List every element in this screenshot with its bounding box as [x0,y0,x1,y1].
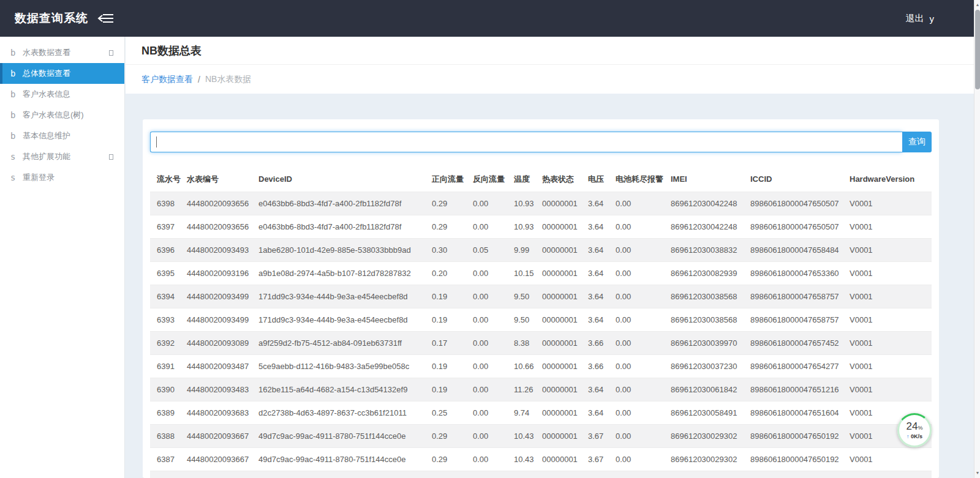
menu-letter-icon: s [10,173,23,182]
table-cell: 10.43 [514,424,542,447]
sidebar-item-1[interactable]: b总体数据查看 [0,63,124,84]
table-row: 63874448002009366749d7c9ac-99ac-4911-878… [150,447,932,471]
table-cell: 89860618000047650507 [750,215,850,238]
sidebar-item-label: 客户水表信息 [23,89,70,100]
table-cell: 44480020093667 [187,424,258,447]
table-cell: 869612030082939 [671,261,750,285]
sidebar-menu: b水表数据查看b总体数据查看b客户水表信息b客户水表信息(树)b基本信息维护s其… [0,37,124,188]
table-cell: 0.00 [473,424,514,447]
table-cell: 0.05 [473,238,514,261]
table-cell: 0.25 [432,401,473,424]
table-cell: 6395 [150,261,187,285]
scrollbar-thumb[interactable] [975,10,980,89]
table-cell: 6394 [150,285,187,308]
table-cell: 8.38 [514,331,542,354]
data-card: 查询 流水号水表编号DeviceID正向流量反向流量温度热表状态电压电池耗尽报警… [143,119,939,478]
table-cell: 00000001 [542,424,588,447]
table-row-partial [150,471,932,478]
table-row: 6396444800200934931abe6280-101d-42e9-885… [150,238,932,261]
sidebar-item-label: 总体数据查看 [23,68,70,79]
table-cell: V0001 [850,308,932,331]
table-cell: 00000001 [542,401,588,424]
scrollbar-down-arrow[interactable]: ▼ [974,469,980,477]
table-cell: 00000001 [542,308,588,331]
collapse-sidebar-icon [97,12,115,24]
search-bar: 查询 [150,132,932,152]
username-label[interactable]: y [930,13,935,24]
table-cell: 44480020093683 [187,401,258,424]
table-cell: 44480020093667 [187,447,258,471]
table-cell: 3.64 [588,308,616,331]
table-cell: 0.29 [432,447,473,471]
sidebar-toggle-button[interactable] [97,12,115,24]
column-header: 温度 [514,167,542,192]
sidebar-item-6[interactable]: s重新登录 [0,167,124,188]
table-cell: 0.00 [616,331,671,354]
table-cell: 3.64 [588,285,616,308]
table-cell: 0.00 [616,308,671,331]
download-progress-badge[interactable]: 24% ↑ 0K/s [897,413,932,447]
table-cell: 0.00 [473,308,514,331]
table-cell: 0.00 [616,401,671,424]
column-header: 正向流量 [432,167,473,192]
progress-percent: 24% [907,422,923,433]
table-cell: 6387 [150,447,187,471]
table-cell: 44480020093483 [187,378,258,401]
table-cell: 9.99 [514,238,542,261]
breadcrumb-separator: / [198,75,200,84]
table-cell: 6392 [150,331,187,354]
table-cell: 6393 [150,308,187,331]
sidebar-item-0[interactable]: b水表数据查看 [0,42,124,63]
upload-speed: ↑ 0K/s [907,433,922,439]
sidebar-item-2[interactable]: b客户水表信息 [0,84,124,105]
table-cell: 0.19 [432,308,473,331]
table-cell: 1abe6280-101d-42e9-885e-538033bbb9ad [258,238,432,261]
nb-data-table: 流水号水表编号DeviceID正向流量反向流量温度热表状态电压电池耗尽报警IME… [150,167,932,471]
scrollbar-up-arrow[interactable]: ▲ [974,1,980,9]
table-cell: 0.00 [473,401,514,424]
table-cell: 3.64 [588,238,616,261]
table-cell: 0.00 [616,285,671,308]
table-cell: 00000001 [542,192,588,215]
table-cell: 10.66 [514,354,542,378]
table-cell: 49d7c9ac-99ac-4911-8780-751f144cce0e [258,447,432,471]
table-header-row: 流水号水表编号DeviceID正向流量反向流量温度热表状态电压电池耗尽报警IME… [150,167,932,192]
sidebar-item-label: 客户水表信息(树) [23,110,84,121]
table-cell: 11.26 [514,378,542,401]
breadcrumb-link[interactable]: 客户数据查看 [141,74,193,85]
table-cell: 0.19 [432,285,473,308]
query-button[interactable]: 查询 [902,132,932,152]
search-input[interactable] [150,132,902,152]
table-cell: V0001 [850,447,932,471]
sidebar-item-4[interactable]: b基本信息维护 [0,125,124,146]
sidebar-item-3[interactable]: b客户水表信息(树) [0,105,124,125]
window-scrollbar[interactable]: ▲ ▼ [974,0,980,478]
logout-button[interactable]: 退出 [906,13,924,24]
table-cell: 00000001 [542,215,588,238]
table-cell: 0.00 [616,215,671,238]
sidebar-item-5[interactable]: s其他扩展功能 [0,146,124,167]
table-cell: 6396 [150,238,187,261]
table-cell: 44480020093499 [187,308,258,331]
table-cell: 9.50 [514,285,542,308]
sidebar: b水表数据查看b总体数据查看b客户水表信息b客户水表信息(树)b基本信息维护s其… [0,37,125,478]
table-cell: 869612030058491 [671,401,750,424]
main-content: NB数据总表 客户数据查看 / NB水表数据 查询 流水号水表编号DeviceI… [126,37,974,478]
table-cell: 89860618000047658757 [750,285,850,308]
table-cell: 0.29 [432,424,473,447]
table-cell: 869612030038832 [671,238,750,261]
table-cell: 49d7c9ac-99ac-4911-8780-751f144cce0e [258,424,432,447]
table-cell: 0.00 [473,192,514,215]
table-cell: 0.00 [616,424,671,447]
table-cell: 9.74 [514,401,542,424]
column-header: 电池耗尽报警 [616,167,671,192]
table-cell: e0463bb6-8bd3-4fd7-a400-2fb1182fd78f [258,215,432,238]
table-cell: 0.19 [432,378,473,401]
table-row: 639744480020093656e0463bb6-8bd3-4fd7-a40… [150,215,932,238]
table-cell: 869612030042248 [671,192,750,215]
table-row: 639044480020093483162be115-a64d-4682-a15… [150,378,932,401]
table-cell: 10.93 [514,215,542,238]
table-cell: 0.00 [473,354,514,378]
table-cell: 00000001 [542,447,588,471]
table-cell: 9.50 [514,308,542,331]
